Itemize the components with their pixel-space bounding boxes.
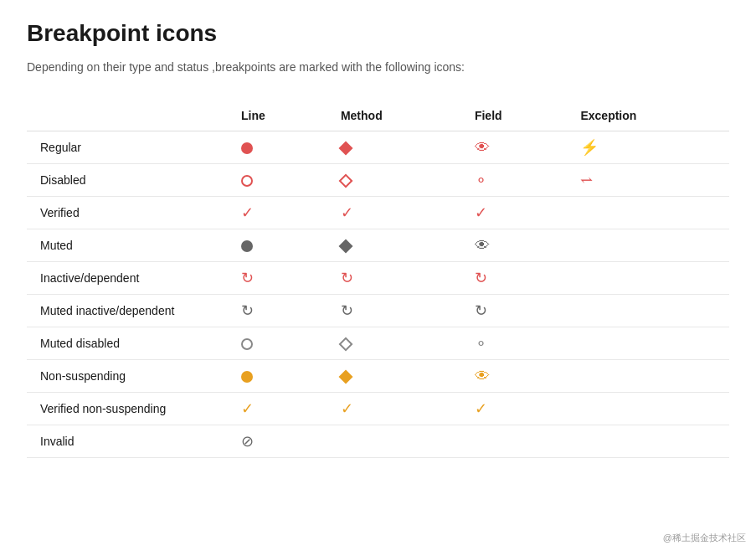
check-red-icon: ✓ (341, 204, 353, 221)
row-line-icon (228, 360, 327, 393)
row-exception-icon (567, 360, 729, 393)
row-field-icon: ⚬ (461, 164, 568, 197)
row-field-icon: ✓ (461, 197, 568, 229)
table-row: Regular 👁 ⚡ (27, 131, 729, 164)
lightning-red-icon: ⚡ (580, 139, 599, 156)
row-method-icon (327, 131, 461, 164)
row-method-icon: ↻ (327, 262, 461, 295)
row-method-icon: ↻ (327, 295, 461, 327)
row-method-icon: ✓ (327, 393, 461, 425)
row-exception-icon (567, 327, 729, 360)
row-label: Verified non-suspending (27, 393, 228, 425)
table-row: Verified ✓ ✓ ✓ (27, 197, 729, 229)
row-field-icon: ✓ (461, 393, 568, 425)
row-exception-icon (567, 393, 729, 425)
arrow-gray-icon: ↻ (241, 302, 254, 319)
row-line-icon (228, 327, 327, 360)
row-exception-icon (567, 425, 729, 458)
eye-orange-icon: 👁 (475, 368, 490, 384)
subtitle: Depending on their type and status ,brea… (27, 60, 729, 74)
diamond-gray-icon (341, 237, 351, 254)
row-field-icon: 👁 (461, 131, 568, 164)
row-label: Invalid (27, 425, 228, 458)
row-exception-icon: ⚡ (567, 131, 729, 164)
diamond-outline-red-icon (341, 172, 351, 188)
col-header-method: Method (327, 100, 461, 131)
row-line-icon: ✓ (228, 197, 327, 229)
row-field-icon: 👁 (461, 229, 568, 262)
row-method-icon (327, 164, 461, 197)
col-header-exception: Exception (567, 100, 729, 131)
row-label: Regular (27, 131, 228, 164)
row-label: Muted inactive/dependent (27, 295, 228, 327)
breakpoint-icons-table: Line Method Field Exception Regular 👁 ⚡ … (27, 100, 729, 458)
diamond-red-icon (341, 139, 351, 156)
row-method-icon (327, 229, 461, 262)
row-label: Non-suspending (27, 360, 228, 393)
row-field-icon: ↻ (461, 262, 568, 295)
circle-filled-gray-icon (241, 237, 253, 254)
check-orange-icon: ✓ (475, 400, 487, 417)
row-label: Disabled (27, 164, 228, 197)
diamond-outline-gray-icon (341, 335, 351, 352)
check-orange-icon: ✓ (241, 400, 254, 417)
row-line-icon: ↻ (228, 262, 327, 295)
row-line-icon: ↻ (228, 295, 327, 327)
check-red-icon: ✓ (475, 204, 487, 221)
arrow-diamond-red-icon: ↻ (341, 270, 353, 286)
row-exception-icon (567, 262, 729, 295)
row-line-icon (228, 164, 327, 197)
row-exception-icon (567, 295, 729, 327)
circle-outline-red-icon (241, 172, 253, 188)
row-field-icon: ↻ (461, 295, 568, 327)
row-method-icon (327, 327, 461, 360)
table-row: Muted inactive/dependent ↻ ↻ ↻ (27, 295, 729, 327)
table-row: Muted 👁 (27, 229, 729, 262)
row-exception-icon (567, 229, 729, 262)
no-entry-icon: ⊘ (241, 433, 254, 450)
eye-gray-icon: 👁 (475, 237, 490, 254)
row-method-icon (327, 360, 461, 393)
row-method-icon: ✓ (327, 197, 461, 229)
lightning-outline-red-icon: ⥋ (580, 172, 593, 188)
row-exception-icon: ⥋ (567, 164, 729, 197)
check-orange-icon: ✓ (341, 400, 353, 417)
arrow-red-icon: ↻ (241, 270, 254, 286)
eye-outline-gray-icon: ⚬ (475, 335, 487, 352)
col-header-label (27, 100, 228, 131)
row-field-icon: 👁 (461, 360, 568, 393)
row-line-icon: ⊘ (228, 425, 327, 458)
row-method-icon (327, 425, 461, 458)
table-row: Verified non-suspending ✓ ✓ ✓ (27, 393, 729, 425)
arrow-diamond-gray-icon: ↻ (341, 302, 353, 319)
col-header-field: Field (461, 100, 568, 131)
row-line-icon: ✓ (228, 393, 327, 425)
col-header-line: Line (228, 100, 327, 131)
row-label: Muted (27, 229, 228, 262)
eye-outline-red-icon: ⚬ (475, 172, 487, 188)
row-field-icon: ⚬ (461, 327, 568, 360)
row-label: Verified (27, 197, 228, 229)
circle-outline-gray-icon (241, 335, 253, 352)
page-title: Breakpoint icons (27, 20, 729, 47)
row-label: Inactive/dependent (27, 262, 228, 295)
arrow-eye-red-icon: ↻ (475, 270, 487, 286)
row-exception-icon (567, 197, 729, 229)
check-red-icon: ✓ (241, 204, 254, 221)
diamond-orange-icon (341, 368, 351, 384)
table-row: Invalid ⊘ (27, 425, 729, 458)
table-row: Muted disabled ⚬ (27, 327, 729, 360)
row-line-icon (228, 131, 327, 164)
row-line-icon (228, 229, 327, 262)
table-row: Non-suspending 👁 (27, 360, 729, 393)
circle-filled-red-icon (241, 139, 253, 156)
eye-red-icon: 👁 (475, 139, 490, 156)
circle-filled-orange-icon (241, 368, 253, 384)
table-row: Disabled ⚬ ⥋ (27, 164, 729, 197)
row-label: Muted disabled (27, 327, 228, 360)
table-row: Inactive/dependent ↻ ↻ ↻ (27, 262, 729, 295)
arrow-eye-gray-icon: ↻ (475, 302, 487, 319)
row-field-icon (461, 425, 568, 458)
